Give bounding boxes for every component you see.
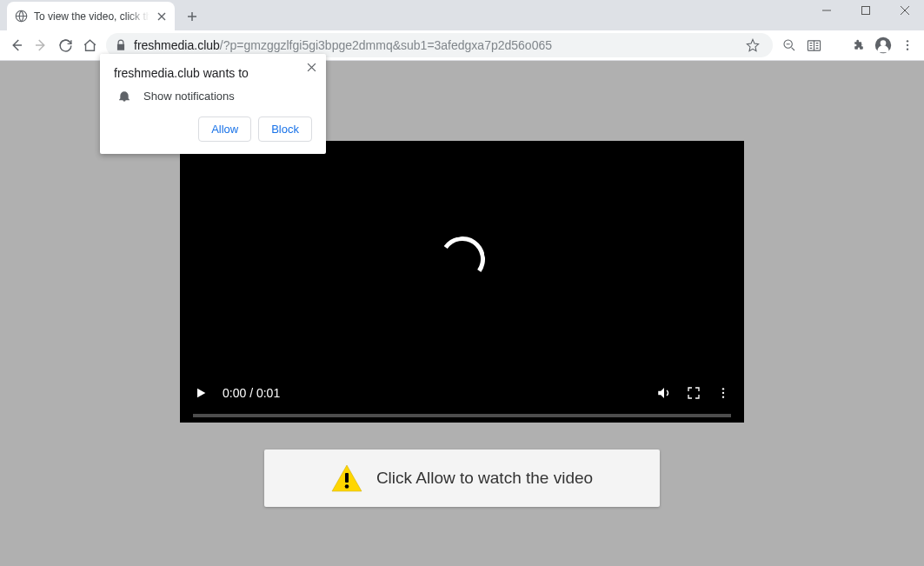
lock-icon: [115, 39, 127, 51]
profile-icon[interactable]: [872, 34, 894, 57]
video-progress-bar[interactable]: [193, 414, 731, 417]
instruction-box: Click Allow to watch the video: [264, 449, 660, 507]
play-icon[interactable]: [193, 385, 209, 401]
window-controls: [807, 0, 924, 21]
svg-rect-1: [861, 7, 869, 15]
svg-point-6: [907, 40, 908, 42]
video-menu-icon[interactable]: [715, 385, 731, 401]
instruction-text: Click Allow to watch the video: [376, 469, 593, 488]
svg-rect-12: [345, 473, 349, 483]
permission-item: Show notifications: [117, 89, 312, 103]
reload-button[interactable]: [54, 34, 76, 57]
warning-icon: [331, 464, 362, 492]
fullscreen-icon[interactable]: [686, 385, 701, 401]
browser-tab[interactable]: To view the video, click the Allow: [7, 2, 175, 30]
tab-close-icon[interactable]: [156, 10, 168, 23]
forward-button[interactable]: [30, 34, 52, 57]
svg-point-13: [345, 484, 349, 489]
svg-point-5: [881, 40, 887, 46]
titlebar: To view the video, click the Allow: [0, 0, 924, 30]
window-close-button[interactable]: [885, 0, 924, 21]
permission-title: freshmedia.club wants to: [114, 66, 312, 80]
reader-mode-icon[interactable]: [802, 34, 825, 57]
svg-point-10: [722, 392, 724, 394]
window-minimize-button[interactable]: [807, 0, 846, 21]
zoom-icon[interactable]: [778, 34, 801, 57]
bookmark-star-icon[interactable]: [741, 34, 764, 57]
back-button[interactable]: [5, 34, 28, 57]
svg-point-8: [907, 49, 908, 50]
tab-title: To view the video, click the Allow: [34, 10, 150, 23]
bell-icon: [117, 89, 131, 103]
url-host: freshmedia.club: [134, 38, 220, 52]
video-controls: 0:00 / 0:01: [180, 377, 744, 423]
loading-area: [180, 141, 744, 377]
svg-point-7: [907, 44, 908, 46]
permission-label: Show notifications: [143, 90, 235, 103]
url: freshmedia.club/?p=gmzggzlfgi5gi3bpge2dm…: [134, 37, 552, 53]
video-player[interactable]: 0:00 / 0:01: [180, 141, 744, 423]
svg-point-9: [722, 388, 724, 390]
browser-menu-button[interactable]: [896, 34, 919, 57]
spinner-icon: [435, 233, 488, 285]
volume-icon[interactable]: [656, 385, 672, 401]
popup-close-icon[interactable]: [305, 61, 317, 73]
allow-button[interactable]: Allow: [198, 117, 251, 142]
video-time: 0:00 / 0:01: [223, 386, 280, 400]
extensions-icon[interactable]: [848, 34, 870, 57]
new-tab-button[interactable]: [180, 4, 204, 29]
block-button[interactable]: Block: [258, 117, 312, 142]
svg-point-11: [722, 396, 724, 398]
home-button[interactable]: [78, 34, 101, 57]
url-path: /?p=gmzggzlfgi5gi3bpge2dmmq&sub1=3afedgx…: [220, 38, 552, 52]
window-maximize-button[interactable]: [846, 0, 885, 21]
globe-icon: [14, 10, 28, 23]
notification-permission-popup: freshmedia.club wants to Show notificati…: [100, 54, 326, 154]
